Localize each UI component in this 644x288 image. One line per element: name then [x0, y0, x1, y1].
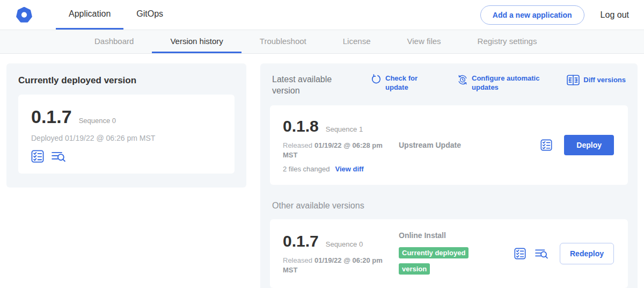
other-version-row: 0.1.7 Sequence 0: [283, 232, 389, 250]
subtab-registry-settings[interactable]: Registry settings: [459, 30, 555, 53]
currently-deployed-title: Currently deployed version: [18, 75, 235, 86]
subtab-license[interactable]: License: [325, 30, 389, 53]
subtab-version-history[interactable]: Version history: [152, 30, 241, 53]
diff-versions-label: Diff versions: [583, 76, 626, 85]
top-nav-tabs: Application GitOps: [56, 0, 176, 30]
tab-gitops[interactable]: GitOps: [123, 0, 176, 30]
other-released-timestamp: Released01/19/22 @ 06:20 pm MST: [283, 256, 389, 275]
currently-deployed-badge-wrap: Currently deployed version: [399, 244, 480, 276]
latest-actions: Deploy: [540, 135, 615, 155]
files-changed-row: 2 files changed View diff: [283, 165, 389, 173]
latest-source-column: Upstream Update: [389, 141, 540, 149]
deployed-version-card: 0.1.7 Sequence 0 Deployed 01/19/22 @ 06:…: [18, 95, 235, 174]
latest-version-card: 0.1.8 Sequence 1 Released01/19/22 @ 06:2…: [270, 105, 628, 185]
check-for-update-link[interactable]: Check for update: [371, 74, 424, 92]
add-new-application-button[interactable]: Add a new application: [480, 5, 584, 25]
other-source-column: Online Install Currently deployed versio…: [389, 231, 514, 276]
latest-version-row: 0.1.8 Sequence 1: [283, 117, 389, 135]
subtab-license-label: License: [343, 37, 371, 46]
diff-icon: [567, 74, 580, 86]
configure-automatic-updates-label: Configure automatic updates: [472, 74, 543, 92]
deployed-sequence-label: Sequence 0: [79, 117, 116, 125]
tab-application-label: Application: [69, 9, 111, 19]
schedule-update-icon: [457, 74, 468, 85]
subtab-registry-settings-label: Registry settings: [478, 37, 537, 46]
other-source-label: Online Install: [399, 231, 514, 240]
main-content: Currently deployed version 0.1.7 Sequenc…: [0, 54, 644, 288]
other-version-number: 0.1.7: [283, 232, 319, 250]
available-versions-panel: Latest available version Check for updat…: [260, 63, 638, 288]
configure-automatic-updates-link[interactable]: Configure automatic updates: [457, 74, 543, 92]
view-logs-icon[interactable]: [52, 150, 65, 163]
top-nav: Application GitOps Add a new application…: [0, 0, 644, 30]
files-changed-label: 2 files changed: [283, 165, 330, 173]
other-actions: Redeploy: [514, 243, 615, 264]
subtab-version-history-label: Version history: [170, 37, 223, 46]
deployed-timestamp: Deployed 01/19/22 @ 06:26 pm MST: [31, 134, 222, 142]
preflight-checklist-icon[interactable]: [31, 150, 44, 163]
other-preflight-checklist-icon[interactable]: [514, 248, 526, 260]
subtab-dashboard-label: Dashboard: [94, 37, 134, 46]
subtab-dashboard[interactable]: Dashboard: [76, 30, 152, 53]
other-version-info: 0.1.7 Sequence 0 Released01/19/22 @ 06:2…: [283, 232, 389, 275]
app-logo[interactable]: [15, 0, 33, 30]
kots-logo-icon: [15, 6, 33, 24]
latest-version-info: 0.1.8 Sequence 1 Released01/19/22 @ 06:2…: [283, 117, 389, 173]
deployed-version-row: 0.1.7 Sequence 0: [31, 106, 222, 127]
deployed-actions-row: [31, 150, 222, 163]
released-prefix: Released: [283, 256, 312, 264]
subtab-troubleshoot-label: Troubleshoot: [260, 37, 306, 46]
redeploy-button[interactable]: Redeploy: [560, 243, 614, 264]
currently-deployed-panel: Currently deployed version 0.1.7 Sequenc…: [6, 63, 246, 188]
subtab-troubleshoot[interactable]: Troubleshoot: [241, 30, 325, 53]
logout-link[interactable]: Log out: [601, 10, 629, 20]
released-prefix: Released: [283, 141, 312, 149]
app-sub-nav: Dashboard Version history Troubleshoot L…: [0, 30, 644, 54]
refresh-icon: [371, 74, 382, 85]
latest-source-label: Upstream Update: [399, 141, 540, 149]
subtab-view-files-label: View files: [407, 37, 441, 46]
deploy-button[interactable]: Deploy: [564, 135, 614, 155]
other-available-versions-title: Other available versions: [272, 201, 626, 211]
view-diff-link[interactable]: View diff: [335, 165, 363, 173]
subtab-view-files[interactable]: View files: [389, 30, 459, 53]
tab-application[interactable]: Application: [56, 0, 123, 30]
other-view-logs-icon[interactable]: [535, 248, 548, 260]
other-sequence-label: Sequence 0: [326, 240, 363, 248]
latest-available-title: Latest available version: [272, 74, 343, 97]
top-nav-right: Add a new application Log out: [480, 0, 629, 30]
deployed-version-number: 0.1.7: [31, 106, 72, 127]
latest-preflight-checklist-icon[interactable]: [540, 139, 552, 151]
currently-deployed-badge: Currently deployed version: [399, 247, 469, 275]
latest-sequence-label: Sequence 1: [326, 125, 363, 133]
check-for-update-label: Check for update: [385, 74, 424, 92]
available-header: Latest available version Check for updat…: [272, 74, 626, 97]
latest-released-timestamp: Released01/19/22 @ 06:28 pm MST: [283, 141, 389, 160]
diff-versions-link[interactable]: Diff versions: [567, 74, 626, 86]
latest-version-number: 0.1.8: [283, 117, 319, 135]
top-nav-spacer: [176, 0, 480, 30]
other-version-card: 0.1.7 Sequence 0 Released01/19/22 @ 06:2…: [270, 219, 628, 288]
tab-gitops-label: GitOps: [136, 9, 163, 19]
